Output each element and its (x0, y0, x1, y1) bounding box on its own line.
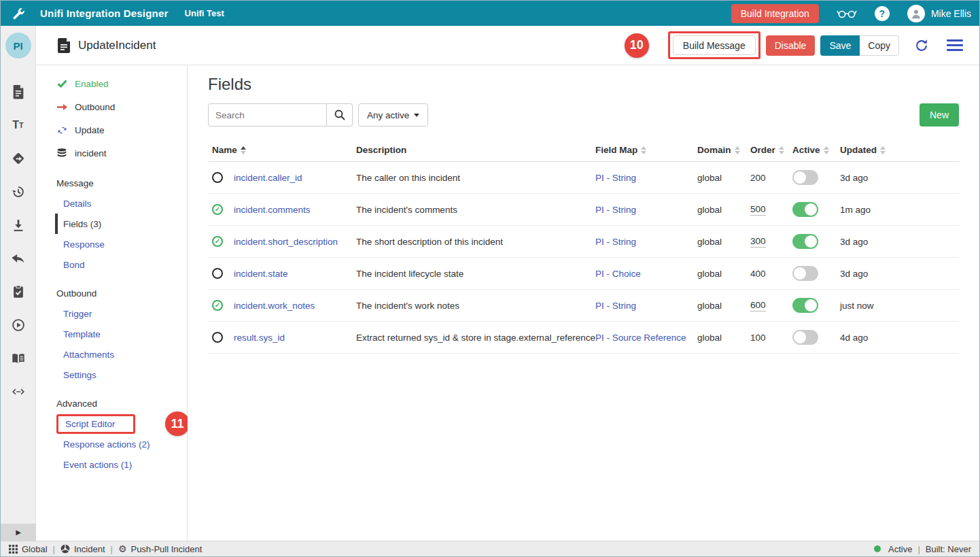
table-row: incident.comments The incident's comment… (208, 194, 959, 226)
tasks-icon[interactable] (11, 284, 26, 299)
field-name-link[interactable]: incident.state (234, 269, 356, 279)
active-toggle[interactable] (792, 266, 818, 281)
arrow-right-icon (56, 103, 67, 111)
integration-avatar[interactable]: PI (5, 33, 31, 58)
page-heading: Fields (208, 75, 959, 94)
play-circle-icon[interactable] (11, 318, 26, 333)
table-row: result.sys_id Extract returned sys_id & … (208, 322, 959, 354)
chevron-down-icon (414, 114, 419, 117)
preview-glasses-icon[interactable] (837, 8, 857, 19)
sidebar-item-label: Fields (3) (63, 219, 101, 229)
fields-table: Name Description Field Map Domain Order … (208, 139, 959, 354)
sidebar-item-bond[interactable]: Bond (36, 254, 187, 275)
column-header-domain[interactable]: Domain (697, 145, 750, 155)
sidebar-item-fields[interactable]: Fields (3) (55, 214, 187, 234)
field-map-link[interactable]: PI - Choice (595, 269, 697, 279)
field-description: The caller on this incident (356, 173, 595, 183)
field-domain: global (697, 173, 750, 183)
active-filter-dropdown[interactable]: Any active (358, 103, 428, 126)
field-name-link[interactable]: incident.short_description (234, 237, 356, 247)
sidebar-item-attachments[interactable]: Attachments (36, 344, 187, 365)
sidebar-item-update[interactable]: Update (36, 118, 187, 141)
field-order[interactable]: 600 (750, 300, 766, 311)
active-toggle[interactable] (792, 298, 818, 313)
field-description: The incident lifecycle state (356, 269, 595, 279)
menu-icon[interactable] (947, 39, 963, 51)
document-icon[interactable] (11, 84, 26, 99)
sidebar-item-incident[interactable]: incident (36, 141, 187, 165)
field-order[interactable]: 300 (750, 236, 766, 248)
user-menu[interactable]: Mike Ellis (907, 5, 971, 22)
build-integration-button[interactable]: Build Integration (731, 4, 819, 23)
field-map-link[interactable]: PI - String (595, 237, 697, 247)
code-icon[interactable] (11, 384, 26, 399)
annotation-badge-11: 11 (165, 411, 190, 436)
new-button[interactable]: New (920, 103, 959, 126)
sidebar-item-settings[interactable]: Settings (36, 365, 187, 385)
save-button[interactable]: Save (820, 35, 860, 56)
field-name-link[interactable]: incident.work_notes (234, 301, 356, 311)
book-icon[interactable] (11, 351, 26, 366)
field-name-link[interactable]: result.sys_id (234, 333, 356, 343)
disable-button[interactable]: Disable (766, 35, 816, 56)
database-icon (56, 148, 67, 158)
history-icon[interactable] (11, 184, 26, 199)
field-map-link[interactable]: PI - String (595, 301, 697, 311)
help-icon[interactable]: ? (875, 6, 890, 21)
statusbar-process[interactable]: ⚙ Push-Pull Incident (118, 544, 202, 554)
top-navbar: Unifi Integration Designer Unifi Test Bu… (1, 1, 980, 26)
active-toggle[interactable] (792, 202, 818, 217)
sidebar-item-response-actions[interactable]: Response actions (2) (36, 434, 187, 454)
app-title: Unifi Integration Designer (40, 7, 169, 19)
field-map-link[interactable]: PI - String (595, 205, 697, 215)
active-toggle[interactable] (792, 234, 818, 249)
column-header-name[interactable]: Name (212, 145, 356, 155)
build-message-button[interactable]: Build Message (673, 35, 756, 55)
column-header-active[interactable]: Active (792, 145, 840, 155)
main-content: Fields Any active New Name Description F… (188, 65, 979, 541)
expand-icon[interactable]: ▶ (1, 524, 36, 541)
field-name-link[interactable]: incident.comments (234, 205, 356, 215)
field-order[interactable]: 500 (750, 204, 766, 216)
send-diamond-icon[interactable] (11, 151, 26, 166)
field-name-link[interactable]: incident.caller_id (234, 173, 356, 183)
copy-button[interactable]: Copy (860, 35, 899, 56)
active-toggle[interactable] (792, 170, 818, 185)
field-map-link[interactable]: PI - String (595, 173, 697, 183)
sidebar-item-label: incident (75, 148, 107, 158)
search-button[interactable] (327, 103, 353, 126)
sidebar-item-script-editor[interactable]: Script Editor 11 (36, 413, 187, 434)
active-toggle[interactable] (792, 330, 818, 345)
field-status-icon (212, 300, 223, 311)
column-header-field-map[interactable]: Field Map (595, 145, 697, 155)
field-map-link[interactable]: PI - Source Reference (595, 333, 697, 343)
sync-icon (56, 125, 67, 135)
active-status-icon (874, 545, 881, 552)
annotation-box-build-message: Build Message (668, 31, 760, 59)
field-order: 400 (750, 269, 766, 279)
column-header-order[interactable]: Order (750, 145, 792, 155)
search-input[interactable] (208, 103, 327, 126)
refresh-icon[interactable] (914, 38, 929, 53)
sidebar-item-details[interactable]: Details (36, 193, 187, 214)
sort-icon (880, 146, 886, 154)
field-domain: global (697, 205, 750, 215)
column-header-description[interactable]: Description (356, 145, 595, 155)
statusbar-scope[interactable]: Global (9, 544, 48, 554)
sidebar-item-template[interactable]: Template (36, 324, 187, 344)
reply-icon[interactable] (11, 251, 26, 266)
sidebar-item-enabled[interactable]: Enabled (36, 72, 187, 95)
sidebar-item-outbound[interactable]: Outbound (36, 95, 187, 118)
column-header-updated[interactable]: Updated (840, 145, 959, 155)
sidebar-item-trigger[interactable]: Trigger (36, 303, 187, 324)
statusbar-integration[interactable]: Incident (60, 544, 105, 554)
sort-icon (824, 146, 829, 154)
environment-name[interactable]: Unifi Test (185, 8, 224, 18)
download-icon[interactable] (11, 218, 26, 233)
sidebar-item-event-actions[interactable]: Event actions (1) (36, 454, 187, 475)
sidebar-item-label: Attachments (63, 350, 114, 360)
sidebar-item-response[interactable]: Response (36, 234, 187, 254)
sidebar-item-label: Response actions (2) (63, 439, 150, 450)
field-order: 100 (750, 333, 766, 343)
text-format-icon[interactable]: TT (11, 118, 26, 133)
